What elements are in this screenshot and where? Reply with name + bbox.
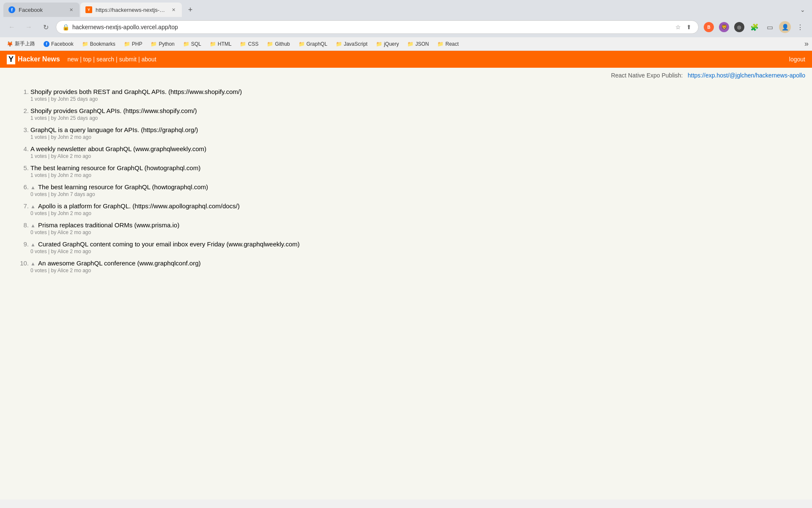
profile-icon[interactable]: 👤 — [778, 20, 792, 34]
bookmark-python-label: Python — [159, 41, 174, 47]
bookmark-css[interactable]: 📁 CSS — [236, 40, 262, 48]
tab-bar: f Facebook ✕ Y https://hackernews-nextjs… — [0, 0, 812, 17]
bookmark-react[interactable]: 📁 React — [434, 40, 462, 48]
bookmark-javascript-label: JavaScript — [344, 41, 368, 47]
new-tab-button[interactable]: + — [184, 4, 196, 16]
story-number-9: 9. — [17, 240, 29, 248]
tab-hn[interactable]: Y https://hackernews-nextjs-ap... ✕ — [80, 3, 182, 17]
tab-facebook-close[interactable]: ✕ — [68, 6, 74, 13]
story-title-3[interactable]: GraphQL is a query language for APIs. (h… — [30, 126, 198, 133]
story-number-6: 6. — [17, 183, 29, 190]
story-title-5[interactable]: The best learning resource for GraphQL (… — [30, 164, 200, 171]
story-title-6[interactable]: The best learning resource for GraphQL (… — [38, 183, 208, 190]
story-title-8[interactable]: Prisma replaces traditional ORMs (www.pr… — [38, 221, 179, 229]
firefox-icon: 🦊 — [7, 41, 13, 47]
upvote-arrow-6[interactable]: ▲ — [30, 185, 36, 190]
folder-json-icon: 📁 — [407, 41, 414, 47]
bookmark-html-label: HTML — [218, 41, 232, 47]
lock-icon: 🔒 — [61, 23, 70, 31]
tab-facebook[interactable]: f Facebook ✕ — [3, 3, 80, 17]
story-meta-8: 0 votes | by Alice 2 mo ago — [30, 229, 795, 235]
reload-button[interactable]: ↻ — [39, 20, 52, 34]
story-title-10[interactable]: An awesome GraphQL conference (www.graph… — [38, 260, 201, 267]
story-title-9[interactable]: Curated GraphQL content coming to your e… — [38, 240, 300, 248]
fb-icon: f — [8, 6, 15, 13]
bookmark-javascript[interactable]: 📁 JavaScript — [332, 40, 371, 48]
folder-html-icon: 📁 — [210, 41, 216, 47]
story-meta-5: 1 votes | by John 2 mo ago — [30, 172, 795, 178]
upvote-arrow-7[interactable]: ▲ — [30, 204, 36, 210]
bookmark-facebook[interactable]: f Facebook — [40, 40, 77, 48]
tab-facebook-title: Facebook — [19, 7, 64, 13]
forward-button[interactable]: → — [22, 20, 36, 34]
upvote-arrow-9[interactable]: ▲ — [30, 242, 36, 248]
url-bar-icons: ☆ ⬆ — [674, 23, 693, 31]
folder-python-icon: 📁 — [151, 41, 157, 47]
back-button[interactable]: ← — [5, 20, 19, 34]
star-icon[interactable]: ☆ — [674, 23, 682, 31]
story-number-4: 4. — [17, 145, 29, 152]
bookmark-json[interactable]: 📁 JSON — [404, 40, 432, 48]
bookmark-css-label: CSS — [248, 41, 258, 47]
share-icon[interactable]: ⬆ — [685, 23, 693, 31]
sidebar-icon[interactable]: ▭ — [763, 20, 776, 34]
bookmark-github-label: Github — [275, 41, 290, 47]
hn-nav-search[interactable]: search — [96, 56, 114, 63]
bookmark-python[interactable]: 📁 Python — [147, 40, 178, 48]
wallet-icon[interactable]: ◎ — [732, 20, 746, 34]
hn-nav-sep1: | — [80, 56, 82, 63]
story-title-2[interactable]: Shopify provides GraphQL APIs. (https://… — [30, 107, 197, 114]
hn-site-name: Hacker News — [18, 55, 60, 63]
expo-notice: React Native Expo Publish: https://exp.h… — [0, 68, 812, 83]
upvote-arrow-10[interactable]: ▲ — [30, 261, 36, 267]
news-item-6: 6.▲The best learning resource for GraphQ… — [17, 182, 795, 199]
tab-bar-right: ⌄ — [797, 4, 809, 16]
bookmark-jquery-label: jQuery — [384, 41, 399, 47]
bookmark-bookmarks[interactable]: 📁 Bookmarks — [79, 40, 119, 48]
bookmarks-more-button[interactable]: » — [804, 39, 809, 48]
story-title-1[interactable]: Shopify provides both REST and GraphQL A… — [30, 88, 242, 95]
brave-shields-icon[interactable]: B — [702, 20, 716, 34]
bookmark-bookmarks-label: Bookmarks — [90, 41, 115, 47]
bookmark-github[interactable]: 📁 Github — [263, 40, 293, 48]
hn-nav-top[interactable]: top — [83, 56, 91, 63]
hn-header-right: logout — [789, 56, 805, 63]
story-meta-9: 0 votes | by Alice 2 mo ago — [30, 248, 795, 254]
story-meta-2: 1 votes | by John 25 days ago — [30, 115, 795, 121]
story-meta-7: 0 votes | by John 2 mo ago — [30, 210, 795, 216]
story-number-2: 2. — [17, 107, 29, 114]
news-item-2: 2.Shopify provides GraphQL APIs. (https:… — [17, 105, 795, 123]
expo-link[interactable]: https://exp.host/@jglchen/hackernews-apo… — [688, 72, 805, 79]
user-avatar: 👤 — [779, 21, 791, 33]
story-title-4[interactable]: A weekly newsletter about GraphQL (www.g… — [30, 145, 206, 152]
bookmark-jquery[interactable]: 📁 jQuery — [373, 40, 402, 48]
bookmark-sql[interactable]: 📁 SQL — [180, 40, 205, 48]
hn-nav-submit[interactable]: submit — [119, 56, 137, 63]
bookmark-xinshoulv[interactable]: 🦊 新手上路 — [3, 39, 38, 48]
logout-button[interactable]: logout — [789, 56, 805, 63]
extensions-icon[interactable]: 🧩 — [748, 20, 761, 34]
news-item-7: 7.▲Apollo is a platform for GraphQL. (ht… — [17, 201, 795, 218]
brave-rewards-icon[interactable]: 🦁 — [717, 20, 731, 34]
menu-icon[interactable]: ⋮ — [793, 20, 807, 34]
folder-sql-icon: 📁 — [183, 41, 189, 47]
story-number-8: 8. — [17, 221, 29, 229]
url-text: hackernews-nextjs-apollo.vercel.app/top — [72, 24, 671, 30]
url-bar[interactable]: 🔒 hackernews-nextjs-apollo.vercel.app/to… — [56, 20, 699, 34]
bookmark-html[interactable]: 📁 HTML — [206, 40, 235, 48]
hn-nav-sep3: | — [116, 56, 118, 63]
bookmark-facebook-icon: f — [44, 41, 49, 47]
folder-react-icon: 📁 — [437, 41, 444, 47]
bookmark-graphql[interactable]: 📁 GraphQL — [295, 40, 331, 48]
upvote-arrow-8[interactable]: ▲ — [30, 223, 36, 229]
news-item-3: 3.GraphQL is a query language for APIs. … — [17, 124, 795, 142]
hn-nav-sep0 — [64, 56, 66, 63]
tab-hn-close[interactable]: ✕ — [170, 6, 177, 13]
hn-nav-about[interactable]: about — [142, 56, 156, 63]
hn-nav-new[interactable]: new — [68, 56, 79, 63]
story-title-7[interactable]: Apollo is a platform for GraphQL. (https… — [38, 202, 240, 210]
news-item-8: 8.▲Prisma replaces traditional ORMs (www… — [17, 220, 795, 237]
hn-app: Y Hacker News new | top | search | submi… — [0, 51, 812, 500]
bookmark-php[interactable]: 📁 PHP — [121, 40, 146, 48]
window-minimize-icon[interactable]: ⌄ — [797, 4, 809, 16]
